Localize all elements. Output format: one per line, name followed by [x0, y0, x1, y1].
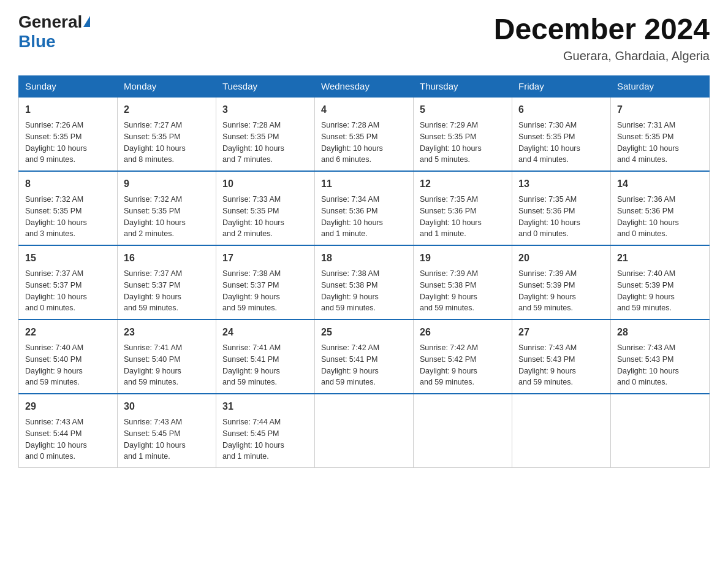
day-cell-17: 17Sunrise: 7:38 AM Sunset: 5:37 PM Dayli… [216, 245, 315, 320]
empty-cell [315, 394, 414, 468]
day-info: Sunrise: 7:27 AM Sunset: 5:35 PM Dayligh… [124, 120, 210, 166]
day-number: 11 [321, 177, 407, 191]
day-cell-23: 23Sunrise: 7:41 AM Sunset: 5:40 PM Dayli… [118, 320, 216, 394]
day-cell-19: 19Sunrise: 7:39 AM Sunset: 5:38 PM Dayli… [414, 245, 512, 320]
day-info: Sunrise: 7:35 AM Sunset: 5:36 PM Dayligh… [420, 194, 506, 240]
day-number: 9 [124, 177, 210, 191]
day-number: 7 [617, 102, 703, 117]
day-number: 16 [124, 251, 210, 266]
day-cell-8: 8Sunrise: 7:32 AM Sunset: 5:35 PM Daylig… [19, 171, 118, 245]
day-cell-31: 31Sunrise: 7:44 AM Sunset: 5:45 PM Dayli… [216, 394, 315, 468]
day-number: 27 [518, 325, 604, 340]
day-cell-30: 30Sunrise: 7:43 AM Sunset: 5:45 PM Dayli… [118, 394, 216, 468]
day-info: Sunrise: 7:32 AM Sunset: 5:35 PM Dayligh… [25, 194, 111, 240]
logo-blue-text: Blue [18, 32, 56, 52]
week-row-3: 15Sunrise: 7:37 AM Sunset: 5:37 PM Dayli… [19, 245, 710, 320]
day-cell-28: 28Sunrise: 7:43 AM Sunset: 5:43 PM Dayli… [611, 320, 710, 394]
day-cell-27: 27Sunrise: 7:43 AM Sunset: 5:43 PM Dayli… [512, 320, 611, 394]
day-info: Sunrise: 7:36 AM Sunset: 5:36 PM Dayligh… [617, 194, 703, 240]
day-number: 3 [222, 102, 308, 117]
day-info: Sunrise: 7:43 AM Sunset: 5:45 PM Dayligh… [124, 416, 210, 462]
day-info: Sunrise: 7:35 AM Sunset: 5:36 PM Dayligh… [518, 194, 604, 240]
week-row-2: 8Sunrise: 7:32 AM Sunset: 5:35 PM Daylig… [19, 171, 710, 245]
logo: General Blue [18, 12, 90, 52]
day-cell-15: 15Sunrise: 7:37 AM Sunset: 5:37 PM Dayli… [19, 245, 118, 320]
header-monday: Monday [118, 76, 216, 98]
day-info: Sunrise: 7:33 AM Sunset: 5:35 PM Dayligh… [222, 194, 308, 240]
day-cell-4: 4Sunrise: 7:28 AM Sunset: 5:35 PM Daylig… [315, 97, 414, 171]
day-info: Sunrise: 7:42 AM Sunset: 5:42 PM Dayligh… [420, 342, 506, 388]
header-friday: Friday [512, 76, 611, 98]
day-number: 1 [25, 102, 111, 117]
week-row-4: 22Sunrise: 7:40 AM Sunset: 5:40 PM Dayli… [19, 320, 710, 394]
day-info: Sunrise: 7:38 AM Sunset: 5:38 PM Dayligh… [321, 268, 407, 314]
day-info: Sunrise: 7:40 AM Sunset: 5:39 PM Dayligh… [617, 268, 703, 314]
day-number: 10 [222, 177, 308, 191]
day-cell-2: 2Sunrise: 7:27 AM Sunset: 5:35 PM Daylig… [118, 97, 216, 171]
day-number: 31 [222, 399, 308, 414]
day-number: 5 [420, 102, 506, 117]
day-number: 6 [518, 102, 604, 117]
day-info: Sunrise: 7:31 AM Sunset: 5:35 PM Dayligh… [617, 120, 703, 166]
day-number: 17 [222, 251, 308, 266]
day-number: 13 [518, 177, 604, 191]
day-info: Sunrise: 7:28 AM Sunset: 5:35 PM Dayligh… [222, 120, 308, 166]
day-cell-22: 22Sunrise: 7:40 AM Sunset: 5:40 PM Dayli… [19, 320, 118, 394]
day-cell-16: 16Sunrise: 7:37 AM Sunset: 5:37 PM Dayli… [118, 245, 216, 320]
day-number: 28 [617, 325, 703, 340]
day-number: 4 [321, 102, 407, 117]
logo-general-text: General [18, 12, 82, 32]
day-info: Sunrise: 7:37 AM Sunset: 5:37 PM Dayligh… [25, 268, 111, 314]
day-cell-26: 26Sunrise: 7:42 AM Sunset: 5:42 PM Dayli… [414, 320, 512, 394]
day-info: Sunrise: 7:26 AM Sunset: 5:35 PM Dayligh… [25, 120, 111, 166]
calendar-table: SundayMondayTuesdayWednesdayThursdayFrid… [18, 75, 710, 468]
day-cell-5: 5Sunrise: 7:29 AM Sunset: 5:35 PM Daylig… [414, 97, 512, 171]
header-sunday: Sunday [19, 76, 118, 98]
day-info: Sunrise: 7:37 AM Sunset: 5:37 PM Dayligh… [124, 268, 210, 314]
day-cell-20: 20Sunrise: 7:39 AM Sunset: 5:39 PM Dayli… [512, 245, 611, 320]
empty-cell [414, 394, 512, 468]
day-info: Sunrise: 7:29 AM Sunset: 5:35 PM Dayligh… [420, 120, 506, 166]
day-cell-11: 11Sunrise: 7:34 AM Sunset: 5:36 PM Dayli… [315, 171, 414, 245]
calendar-title: December 2024 [494, 12, 710, 46]
empty-cell [512, 394, 611, 468]
day-info: Sunrise: 7:41 AM Sunset: 5:40 PM Dayligh… [124, 342, 210, 388]
day-cell-25: 25Sunrise: 7:42 AM Sunset: 5:41 PM Dayli… [315, 320, 414, 394]
header-thursday: Thursday [414, 76, 512, 98]
day-number: 15 [25, 251, 111, 266]
day-number: 22 [25, 325, 111, 340]
day-cell-18: 18Sunrise: 7:38 AM Sunset: 5:38 PM Dayli… [315, 245, 414, 320]
day-number: 24 [222, 325, 308, 340]
day-number: 29 [25, 399, 111, 414]
day-info: Sunrise: 7:44 AM Sunset: 5:45 PM Dayligh… [222, 416, 308, 462]
week-row-1: 1Sunrise: 7:26 AM Sunset: 5:35 PM Daylig… [19, 97, 710, 171]
header-saturday: Saturday [611, 76, 710, 98]
day-info: Sunrise: 7:32 AM Sunset: 5:35 PM Dayligh… [124, 194, 210, 240]
day-number: 12 [420, 177, 506, 191]
day-cell-29: 29Sunrise: 7:43 AM Sunset: 5:44 PM Dayli… [19, 394, 118, 468]
day-info: Sunrise: 7:30 AM Sunset: 5:35 PM Dayligh… [518, 120, 604, 166]
day-cell-10: 10Sunrise: 7:33 AM Sunset: 5:35 PM Dayli… [216, 171, 315, 245]
day-number: 8 [25, 177, 111, 191]
header-wednesday: Wednesday [315, 76, 414, 98]
logo-triangle-icon [83, 16, 90, 27]
day-info: Sunrise: 7:39 AM Sunset: 5:38 PM Dayligh… [420, 268, 506, 314]
day-number: 30 [124, 399, 210, 414]
day-number: 2 [124, 102, 210, 117]
calendar-header-row: SundayMondayTuesdayWednesdayThursdayFrid… [19, 76, 710, 98]
day-info: Sunrise: 7:34 AM Sunset: 5:36 PM Dayligh… [321, 194, 407, 240]
day-cell-6: 6Sunrise: 7:30 AM Sunset: 5:35 PM Daylig… [512, 97, 611, 171]
day-info: Sunrise: 7:43 AM Sunset: 5:43 PM Dayligh… [617, 342, 703, 388]
day-number: 20 [518, 251, 604, 266]
day-cell-21: 21Sunrise: 7:40 AM Sunset: 5:39 PM Dayli… [611, 245, 710, 320]
day-cell-12: 12Sunrise: 7:35 AM Sunset: 5:36 PM Dayli… [414, 171, 512, 245]
day-cell-7: 7Sunrise: 7:31 AM Sunset: 5:35 PM Daylig… [611, 97, 710, 171]
day-cell-24: 24Sunrise: 7:41 AM Sunset: 5:41 PM Dayli… [216, 320, 315, 394]
day-number: 23 [124, 325, 210, 340]
day-cell-3: 3Sunrise: 7:28 AM Sunset: 5:35 PM Daylig… [216, 97, 315, 171]
day-cell-1: 1Sunrise: 7:26 AM Sunset: 5:35 PM Daylig… [19, 97, 118, 171]
header-tuesday: Tuesday [216, 76, 315, 98]
day-number: 14 [617, 177, 703, 191]
day-cell-9: 9Sunrise: 7:32 AM Sunset: 5:35 PM Daylig… [118, 171, 216, 245]
page-header: General Blue December 2024 Guerara, Ghar… [18, 12, 710, 63]
